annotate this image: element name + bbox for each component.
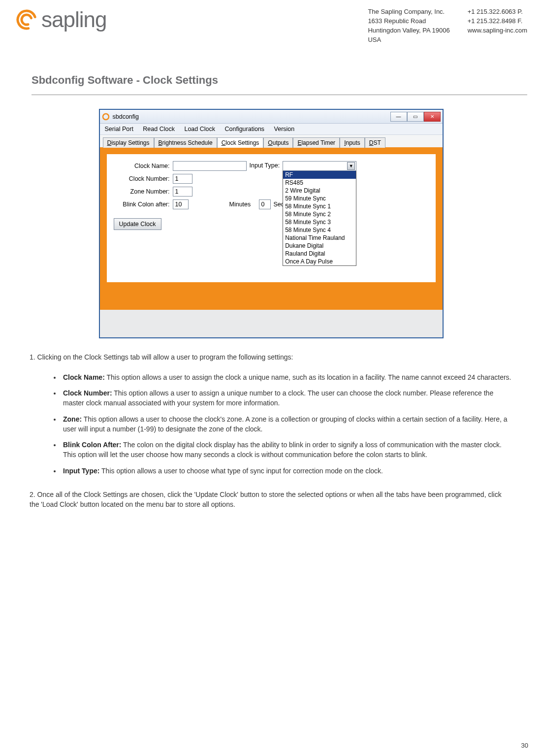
addr-line: USA — [368, 35, 449, 45]
clock-name-label: Clock Name: — [114, 163, 173, 169]
blink-minutes-input[interactable] — [173, 199, 189, 209]
page-number: 30 — [521, 742, 528, 749]
addr-line: Huntingdon Valley, PA 19006 — [368, 26, 449, 35]
select-option[interactable]: National Time Rauland — [283, 234, 356, 242]
bullet-item: Clock Number: This option allows a user … — [61, 388, 512, 408]
maximize-button[interactable]: ▭ — [407, 112, 424, 122]
tab-clock-settings[interactable]: Clock Settings — [217, 137, 264, 148]
blink-colon-label: Blink Colon after: — [114, 201, 173, 208]
select-head[interactable]: ▼ — [283, 161, 356, 171]
bullet-item: Zone: This option allows a user to choos… — [61, 414, 512, 434]
clock-number-input[interactable] — [173, 174, 192, 184]
company-info: The Sapling Company, Inc. 1633 Republic … — [368, 7, 527, 44]
tab-row: Display SettingsBrightness ScheduleClock… — [100, 135, 443, 147]
body-text: 1. Clicking on the Clock Settings tab wi… — [30, 352, 512, 509]
menu-item[interactable]: Load Clock — [184, 126, 215, 132]
orange-panel: Clock Name: Clock Number: Zone Number: B… — [100, 147, 443, 310]
update-clock-button[interactable]: Update Clock — [114, 218, 161, 230]
input-type-select[interactable]: ▼ RFRS4852 Wire Digital59 Minute Sync58 … — [283, 161, 356, 266]
chevron-down-icon[interactable]: ▼ — [347, 162, 355, 170]
section-title: Sbdconfig Software - Clock Settings — [32, 74, 527, 87]
intro-paragraph: 1. Clicking on the Clock Settings tab wi… — [30, 352, 512, 362]
zone-number-input[interactable] — [173, 187, 192, 197]
logo-text: sapling — [41, 7, 106, 32]
select-option[interactable]: 58 Minute Sync 3 — [283, 218, 356, 226]
select-option[interactable]: 58 Minute Sync 1 — [283, 202, 356, 210]
addr-line: The Sapling Company, Inc. — [368, 7, 449, 17]
website: www.sapling-inc.com — [468, 26, 527, 35]
tab-dst[interactable]: DST — [365, 137, 385, 148]
select-option[interactable]: Once A Day Pulse — [283, 258, 356, 265]
screenshot-container: sbdconfig — ▭ ✕ Serial Port Read Clock L… — [15, 109, 527, 338]
bullet-item: Clock Name: This option allows a user to… — [61, 372, 512, 382]
paragraph-2: 2. Once all of the Clock Settings are ch… — [30, 490, 512, 510]
window-controls: — ▭ ✕ — [390, 112, 441, 122]
window-title: sbdconfig — [113, 113, 139, 120]
select-option[interactable]: 58 Minute Sync 2 — [283, 210, 356, 218]
input-type-group: Input Type: ▼ RFRS4852 Wire Digital59 Mi… — [250, 161, 357, 266]
addr-line: 1633 Republic Road — [368, 17, 449, 26]
menu-item[interactable]: Serial Port — [105, 126, 133, 132]
company-contact: +1 215.322.6063 P. +1 215.322.8498 F. ww… — [468, 7, 527, 44]
select-dropdown-list: RFRS4852 Wire Digital59 Minute Sync58 Mi… — [283, 171, 356, 266]
menu-bar: Serial Port Read Clock Load Clock Config… — [100, 124, 443, 135]
minimize-button[interactable]: — — [390, 112, 407, 122]
select-option[interactable]: RS485 — [283, 179, 356, 187]
form-panel: Clock Name: Clock Number: Zone Number: B… — [107, 154, 436, 282]
close-button[interactable]: ✕ — [424, 112, 441, 122]
sbdconfig-window: sbdconfig — ▭ ✕ Serial Port Read Clock L… — [99, 109, 444, 338]
select-option[interactable]: RF — [283, 171, 356, 179]
tab-inputs[interactable]: Inputs — [340, 137, 365, 148]
fax: +1 215.322.8498 F. — [468, 17, 527, 26]
tab-brightness-schedule[interactable]: Brightness Schedule — [154, 137, 217, 148]
divider — [32, 95, 527, 95]
tab-outputs[interactable]: Outputs — [263, 137, 293, 148]
window-footer-blank — [100, 310, 443, 337]
clock-name-input[interactable] — [173, 161, 247, 171]
select-option[interactable]: Rauland Digital — [283, 250, 356, 258]
company-address: The Sapling Company, Inc. 1633 Republic … — [368, 7, 449, 44]
bullet-list: Clock Name: This option allows a user to… — [61, 372, 512, 476]
phone: +1 215.322.6063 P. — [468, 7, 527, 17]
select-option[interactable]: Dukane Digital — [283, 242, 356, 250]
select-option[interactable]: 59 Minute Sync — [283, 195, 356, 202]
app-icon — [102, 113, 110, 121]
logo: sapling — [15, 7, 106, 32]
sapling-logo-icon — [15, 8, 38, 32]
tab-elapsed-timer[interactable]: Elapsed Timer — [293, 137, 340, 148]
window-titlebar: sbdconfig — ▭ ✕ — [100, 110, 443, 124]
bullet-item: Input Type: This option allows a user to… — [61, 466, 512, 476]
input-type-label: Input Type: — [250, 161, 280, 169]
select-option[interactable]: 2 Wire Digital — [283, 187, 356, 195]
select-option[interactable]: 58 Minute Sync 4 — [283, 226, 356, 234]
tab-display-settings[interactable]: Display Settings — [103, 137, 154, 148]
bullet-item: Blink Colon After: The colon on the digi… — [61, 440, 512, 460]
clock-number-label: Clock Number: — [114, 175, 173, 182]
zone-number-label: Zone Number: — [114, 188, 173, 195]
menu-item[interactable]: Configurations — [224, 126, 264, 132]
page-header: sapling The Sapling Company, Inc. 1633 R… — [15, 7, 527, 44]
svg-point-0 — [103, 114, 109, 120]
menu-item[interactable]: Version — [274, 126, 295, 132]
menu-item[interactable]: Read Clock — [143, 126, 175, 132]
